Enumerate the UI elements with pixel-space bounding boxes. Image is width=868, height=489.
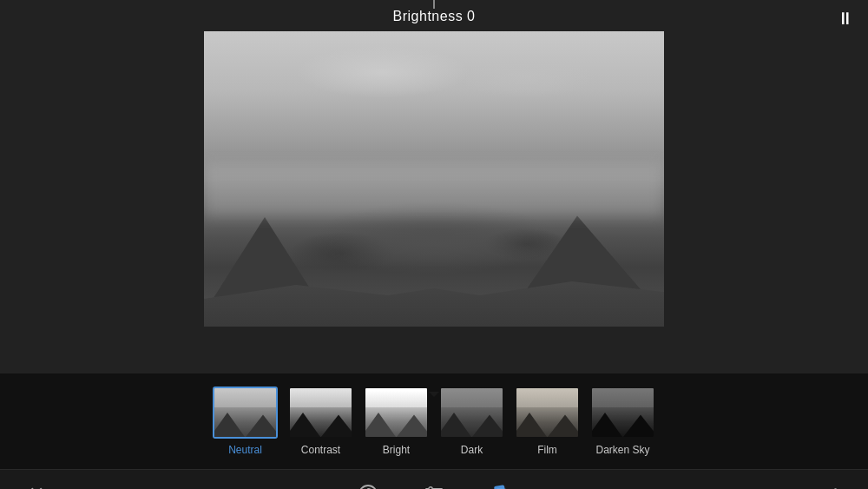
adjustments-icon: [423, 483, 445, 490]
filter-item-contrast[interactable]: Contrast: [288, 387, 353, 456]
adjustments-button[interactable]: [418, 479, 450, 490]
brightness-header: Brightness 0 ⏸: [0, 0, 868, 31]
toolbar-center: [352, 479, 516, 490]
mist: [204, 164, 664, 216]
filter-label-film: Film: [537, 444, 557, 456]
compare-icon[interactable]: ⏸: [837, 9, 854, 29]
filter-label-neutral: Neutral: [228, 444, 262, 456]
presets-icon: [489, 483, 511, 490]
bottom-toolbar: ✕: [0, 469, 868, 489]
reset-button[interactable]: [352, 479, 384, 490]
filter-label-darken-sky: Darken Sky: [595, 444, 649, 456]
filter-thumb-contrast[interactable]: [288, 387, 353, 439]
filter-thumb-neutral[interactable]: [213, 387, 278, 439]
brightness-title: Brightness 0: [393, 9, 476, 23]
cloud-2: [457, 55, 595, 98]
photo-image: [204, 31, 664, 327]
filter-indicator: [429, 392, 439, 397]
filter-label-contrast: Contrast: [301, 444, 340, 456]
reset-icon: [357, 483, 379, 490]
photo-container: [204, 31, 664, 327]
filter-item-darken-sky[interactable]: Darken Sky: [590, 387, 655, 456]
filter-thumb-bright[interactable]: [364, 387, 429, 439]
filter-item-neutral[interactable]: Neutral: [213, 387, 278, 456]
filter-strip: Neutral Contrast Bright: [0, 373, 868, 469]
filter-thumb-img-contrast: [290, 388, 352, 437]
filter-item-dark[interactable]: Dark: [439, 387, 504, 456]
filter-thumb-img-bright: [365, 388, 427, 437]
filter-thumb-img-darken-sky: [592, 388, 654, 437]
filter-thumb-img-neutral: [214, 388, 276, 437]
filter-thumb-img-film: [516, 388, 578, 437]
filter-label-dark: Dark: [461, 444, 483, 456]
filter-label-bright: Bright: [383, 444, 410, 456]
presets-button[interactable]: [484, 479, 516, 490]
cloud-1: [296, 46, 470, 98]
filter-thumb-img-dark: [441, 388, 503, 437]
confirm-button[interactable]: ✓: [816, 483, 847, 490]
filter-thumb-dark[interactable]: [439, 387, 504, 439]
cancel-button[interactable]: ✕: [21, 483, 52, 490]
filter-item-film[interactable]: Film: [515, 387, 580, 456]
filter-item-bright[interactable]: Bright: [364, 387, 429, 456]
editing-area: Brightness 0 ⏸: [0, 0, 868, 373]
filter-thumb-darken-sky[interactable]: [590, 387, 655, 439]
filter-thumb-film[interactable]: [515, 387, 580, 439]
